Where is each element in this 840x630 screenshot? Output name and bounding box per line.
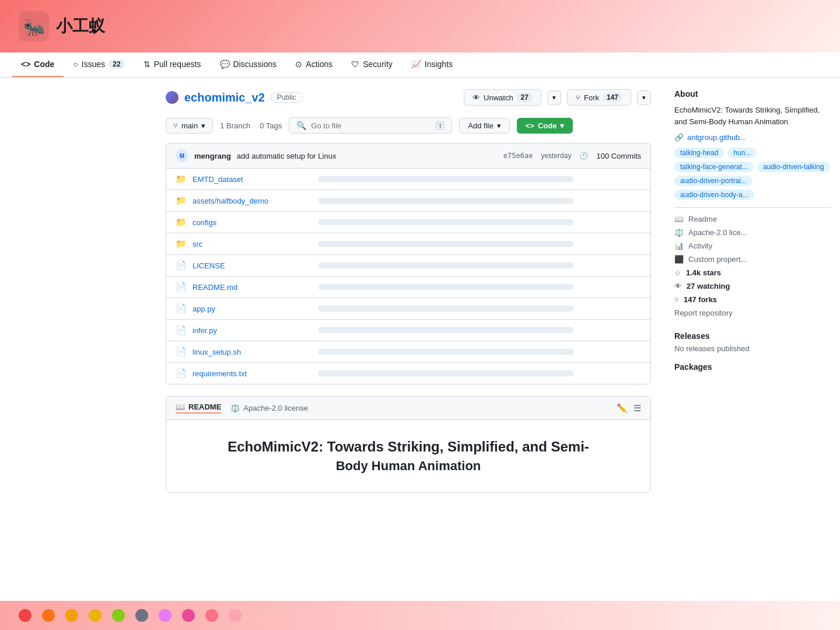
fork-count: 147 [603, 93, 622, 102]
about-section: About EchoMimicV2: Towards Striking, Sim… [674, 89, 831, 317]
list-readme-icon[interactable]: ☰ [634, 403, 641, 414]
folder-icon: 📁 [176, 195, 187, 206]
nav-insights[interactable]: 📈 Insights [402, 52, 462, 77]
table-row: 📁src [166, 233, 650, 255]
custom-properties-meta-item[interactable]: ⬛ Custom propert... [674, 255, 831, 264]
sidebar: About EchoMimicV2: Towards Striking, Sim… [665, 78, 840, 505]
file-icon: 📄 [176, 260, 187, 271]
file-name[interactable]: linux_setup.sh [192, 348, 309, 356]
file-icon: 📄 [176, 346, 187, 357]
readme-book-icon-sidebar: 📖 [674, 215, 684, 223]
nav-actions[interactable]: ⊙ Actions [286, 52, 342, 77]
tag-item[interactable]: hun... [727, 148, 757, 158]
license-meta-item[interactable]: ⚖️ Apache-2.0 lice... [674, 228, 831, 237]
repo-name[interactable]: echomimic_v2 [184, 91, 265, 104]
nav-security[interactable]: 🛡 Security [342, 52, 402, 77]
readme-icons: ✏️ ☰ [617, 403, 641, 414]
file-name[interactable]: app.py [192, 304, 309, 313]
file-commit-placeholder [318, 284, 573, 290]
readme-license[interactable]: ⚖️ Apache-2.0 license [230, 404, 308, 412]
branch-count-link[interactable]: 1 Branch [220, 121, 250, 130]
repo-header: echomimic_v2 Public 👁 Unwatch 27 ▾ ⑂ For… [166, 89, 651, 106]
nav-pull-requests[interactable]: ⇅ Pull requests [134, 52, 211, 77]
nav-issues[interactable]: ○ Issues 22 [64, 52, 134, 77]
fork-caret[interactable]: ▾ [637, 90, 651, 105]
file-name[interactable]: src [192, 240, 309, 249]
packages-section: Packages [674, 362, 831, 372]
fork-button[interactable]: ⑂ Fork 147 [567, 89, 631, 106]
file-name[interactable]: README.md [192, 283, 309, 292]
app-header: 🐜 小工蚁 [0, 0, 840, 52]
activity-meta-item[interactable]: 📊 Activity [674, 242, 831, 250]
branch-bar: ⑂ main ▾ 1 Branch 0 Tags 🔍 t Add file ▾ … [166, 117, 651, 134]
nav-discussions[interactable]: 💬 Discussions [211, 52, 286, 77]
logo-icon: 🐜 [19, 11, 49, 41]
security-icon: 🛡 [351, 60, 359, 69]
file-commit-placeholder [318, 306, 573, 312]
commit-bar: M mengrang add automatic setup for Linux… [166, 143, 651, 169]
table-row: 📄linux_setup.sh [166, 341, 650, 363]
fork-icon: ⑂ [576, 93, 580, 102]
unwatch-button[interactable]: 👁 Unwatch 27 [464, 89, 541, 106]
readme-meta-item[interactable]: 📖 Readme [674, 215, 831, 223]
readme-tab[interactable]: 📖 README [176, 402, 221, 414]
tag-item[interactable]: audio-driven-body-a... [674, 190, 754, 200]
file-commit-placeholder [318, 262, 573, 268]
fork-sidebar-icon: ⑂ [674, 295, 679, 304]
insights-icon: 📈 [411, 60, 421, 69]
branch-selector[interactable]: ⑂ main ▾ [166, 118, 213, 134]
commits-count-link[interactable]: 100 Commits [596, 152, 641, 160]
file-name[interactable]: configs [192, 218, 309, 227]
file-commit-placeholder [318, 219, 573, 225]
edit-readme-icon[interactable]: ✏️ [617, 403, 628, 414]
file-name[interactable]: EMTD_dataset [192, 175, 309, 184]
branch-icon: ⑂ [173, 121, 178, 130]
file-commit-placeholder [318, 198, 573, 204]
branch-chevron-icon: ▾ [201, 121, 205, 130]
forks-meta-item[interactable]: ⑂ 147 forks [674, 295, 831, 304]
commit-time: yesterday [541, 152, 571, 160]
tag-count-link[interactable]: 0 Tags [260, 121, 282, 130]
readme-title-line1: EchoMimicV2: Towards Striking, Simplifie… [185, 439, 632, 455]
stars-meta-item[interactable]: ☆ 1.4k stars [674, 268, 831, 277]
app-logo: 🐜 小工蚁 [19, 11, 105, 41]
repo-title-row: echomimic_v2 Public [166, 91, 303, 104]
file-name[interactable]: assets/halfbody_demo [192, 197, 309, 205]
tag-item[interactable]: talking-face-generat... [674, 162, 754, 172]
about-link[interactable]: 🔗 antgroup.github... [674, 133, 831, 142]
table-row: 📁EMTD_dataset [166, 169, 650, 190]
readme-section: 📖 README ⚖️ Apache-2.0 license ✏️ ☰ Echo… [166, 396, 651, 493]
file-icon: 📄 [176, 325, 187, 335]
table-row: 📄app.py [166, 298, 650, 320]
nav-code[interactable]: <> Code [12, 52, 64, 77]
table-row: 📄LICENSE [166, 255, 650, 276]
main-layout: echomimic_v2 Public 👁 Unwatch 27 ▾ ⑂ For… [0, 78, 840, 505]
license-scale-icon: ⚖️ [674, 228, 684, 237]
issues-icon: ○ [73, 60, 78, 69]
history-icon: 🕐 [579, 152, 588, 160]
repo-content: echomimic_v2 Public 👁 Unwatch 27 ▾ ⑂ For… [152, 78, 665, 505]
releases-title: Releases [674, 331, 831, 341]
unwatch-caret[interactable]: ▾ [547, 90, 561, 105]
file-name[interactable]: LICENSE [192, 261, 309, 270]
watching-meta-item[interactable]: 👁 27 watching [674, 282, 831, 290]
file-name[interactable]: requirements.txt [192, 369, 309, 378]
commit-author[interactable]: mengrang [194, 152, 231, 160]
tag-item[interactable]: talking-head [674, 148, 724, 158]
repo-actions: 👁 Unwatch 27 ▾ ⑂ Fork 147 ▾ [464, 89, 651, 106]
tag-item[interactable]: audio-driven-portrai... [674, 176, 752, 186]
file-icon: 📄 [176, 303, 187, 314]
tag-item[interactable]: audio-driven-talking [757, 162, 830, 172]
go-to-file-wrapper: 🔍 t [289, 117, 452, 134]
discussions-icon: 💬 [220, 60, 230, 69]
report-repository-item[interactable]: Report repository [674, 309, 831, 317]
add-file-button[interactable]: Add file ▾ [459, 118, 509, 134]
go-to-file-input[interactable] [311, 121, 431, 130]
readme-body: EchoMimicV2: Towards Striking, Simplifie… [166, 420, 650, 492]
branch-meta: 1 Branch 0 Tags [220, 121, 282, 130]
file-commit-placeholder [318, 176, 573, 182]
forks-value: 147 forks [684, 295, 717, 304]
file-name[interactable]: infer.py [192, 326, 309, 335]
code-button[interactable]: <> Code ▾ [517, 118, 573, 134]
unwatch-count: 27 [517, 93, 533, 102]
